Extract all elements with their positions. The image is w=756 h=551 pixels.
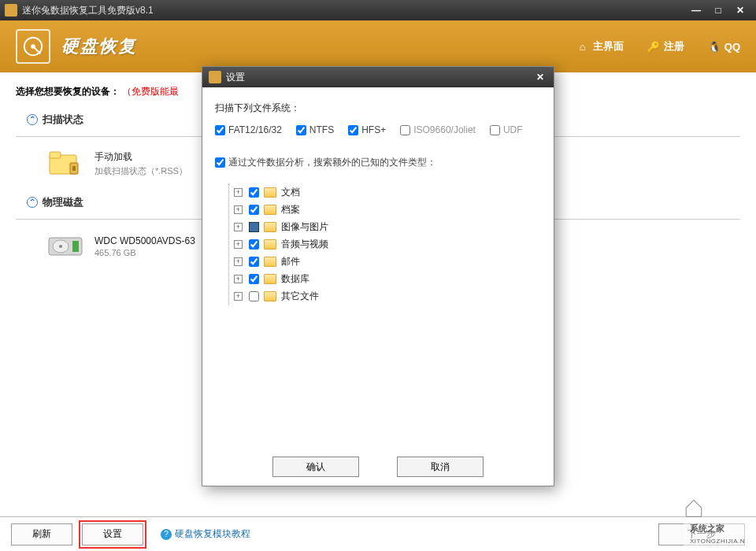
ok-button[interactable]: 确认 xyxy=(272,457,359,477)
nav-home[interactable]: ⌂ 主界面 xyxy=(576,39,624,54)
help-icon: ? xyxy=(161,529,172,540)
disk-size: 465.76 GB xyxy=(94,248,195,257)
key-icon: 🔑 xyxy=(647,40,660,53)
watermark-logo-icon xyxy=(684,497,704,518)
svg-rect-6 xyxy=(72,166,76,171)
folder-icon xyxy=(264,239,276,250)
folder-icon xyxy=(264,187,276,198)
tree-item-av[interactable]: +音频与视频 xyxy=(229,235,541,253)
filetype-tree: +文档 +档案 +图像与图片 +音频与视频 +邮件 +数据库 +其它文件 xyxy=(220,183,541,305)
fs-udf-checkbox[interactable]: UDF xyxy=(490,124,523,135)
fs-hfs-checkbox[interactable]: HFS+ xyxy=(348,124,386,135)
svg-line-2 xyxy=(33,46,40,54)
scan-fs-label: 扫描下列文件系统： xyxy=(215,102,541,115)
expand-icon[interactable]: + xyxy=(234,223,243,231)
expand-icon[interactable]: + xyxy=(234,188,243,197)
mixed-checkbox-icon[interactable] xyxy=(249,222,259,232)
home-icon: ⌂ xyxy=(576,40,589,53)
tutorial-link[interactable]: ? 硬盘恢复模块教程 xyxy=(161,527,250,541)
disk-icon xyxy=(47,231,83,262)
settings-highlight: 设置 xyxy=(79,520,146,549)
folder-icon xyxy=(264,257,276,267)
hdd-icon xyxy=(16,29,50,64)
dialog-icon xyxy=(209,71,221,83)
tree-item-mail[interactable]: +邮件 xyxy=(229,253,541,270)
folder-icon xyxy=(264,205,276,215)
expand-icon[interactable]: + xyxy=(234,292,243,301)
cancel-button[interactable]: 取消 xyxy=(397,457,484,477)
expand-icon[interactable]: + xyxy=(234,275,243,283)
window-title: 迷你兔数据恢复工具免费版v8.1 xyxy=(22,4,154,17)
dialog-titlebar: 设置 ✕ xyxy=(202,67,554,87)
expand-icon[interactable]: + xyxy=(234,257,243,266)
dialog-close-button[interactable]: ✕ xyxy=(533,72,547,83)
fs-ntfs-checkbox[interactable]: NTFS xyxy=(296,124,334,135)
app-header: 硬盘恢复 ⌂ 主界面 🔑 注册 🐧 QQ xyxy=(0,20,756,72)
dialog-title: 设置 xyxy=(226,71,245,84)
app-icon xyxy=(5,4,17,17)
folder-load-icon xyxy=(47,148,83,179)
close-button[interactable]: ✕ xyxy=(729,5,751,16)
expand-icon[interactable]: + xyxy=(234,205,243,214)
dialog-footer: 确认 取消 xyxy=(202,448,554,486)
dialog-body: 扫描下列文件系统： FAT12/16/32 NTFS HFS+ ISO9660/… xyxy=(202,87,554,448)
tree-item-image[interactable]: +图像与图片 xyxy=(229,218,541,235)
page-title: 硬盘恢复 xyxy=(61,35,137,58)
expand-icon[interactable]: + xyxy=(234,240,243,249)
refresh-button[interactable]: 刷新 xyxy=(11,523,72,545)
svg-rect-10 xyxy=(72,241,79,252)
folder-icon xyxy=(264,274,276,284)
nav-qq[interactable]: 🐧 QQ xyxy=(708,40,740,53)
svg-point-9 xyxy=(59,245,62,248)
collapse-icon[interactable]: ⌃ xyxy=(27,114,38,125)
qq-icon: 🐧 xyxy=(708,40,721,53)
folder-icon xyxy=(264,222,276,232)
disk-title: WDC WD5000AVDS-63 xyxy=(94,235,195,246)
fs-iso-checkbox[interactable]: ISO9660/Joliet xyxy=(400,124,476,135)
maximize-button[interactable]: □ xyxy=(707,5,729,16)
settings-button[interactable]: 设置 xyxy=(82,523,143,545)
tree-item-docs[interactable]: +文档 xyxy=(229,183,541,201)
svg-rect-4 xyxy=(50,152,61,158)
tree-item-other[interactable]: +其它文件 xyxy=(229,287,541,305)
window-titlebar: 迷你兔数据恢复工具免费版v8.1 — □ ✕ xyxy=(0,0,756,20)
filesystem-options: FAT12/16/32 NTFS HFS+ ISO9660/Joliet UDF xyxy=(215,124,541,135)
settings-dialog: 设置 ✕ 扫描下列文件系统： FAT12/16/32 NTFS HFS+ ISO… xyxy=(202,66,554,486)
manual-load-title: 手动加载 xyxy=(94,150,187,164)
tree-item-db[interactable]: +数据库 xyxy=(229,270,541,287)
manual-load-sub: 加载扫描状态（*.RSS） xyxy=(94,165,187,177)
nav-register[interactable]: 🔑 注册 xyxy=(647,39,684,54)
tree-item-archive[interactable]: +档案 xyxy=(229,201,541,218)
footer-bar: 刷新 设置 ? 硬盘恢复模块教程 下一步 xyxy=(0,516,756,551)
fs-fat-checkbox[interactable]: FAT12/16/32 xyxy=(215,124,282,135)
watermark: 系统之家 XITONGZHIJIA.N xyxy=(684,497,751,546)
minimize-button[interactable]: — xyxy=(685,5,707,16)
collapse-icon[interactable]: ⌃ xyxy=(27,197,38,208)
analysis-checkbox[interactable]: 通过文件数据分析，搜索额外的已知的文件类型： xyxy=(215,156,436,169)
folder-icon xyxy=(264,291,276,301)
